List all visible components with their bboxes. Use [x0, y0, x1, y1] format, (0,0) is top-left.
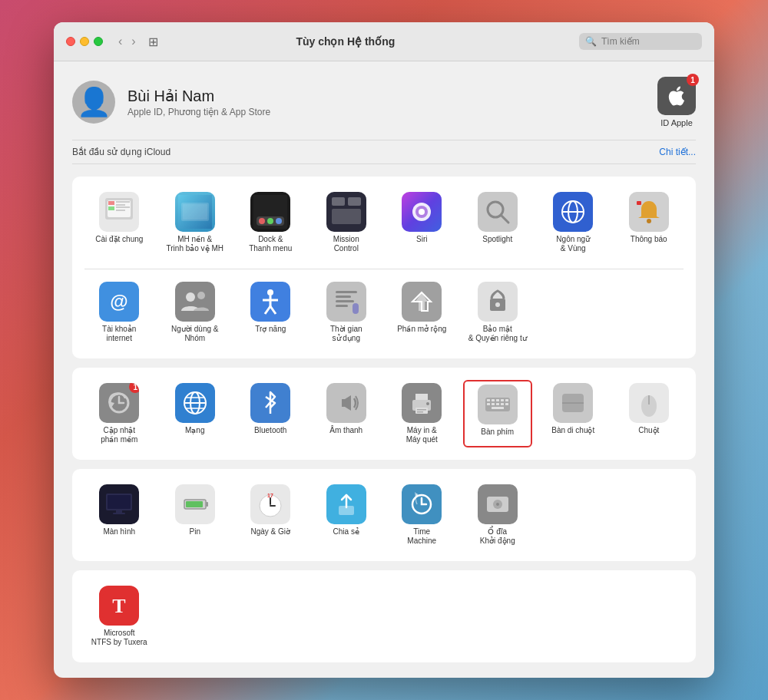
icon-trackpad	[553, 383, 593, 423]
icon-accessibility	[250, 282, 290, 322]
svg-rect-7	[116, 210, 125, 211]
icon-item-mission[interactable]: MissionControl	[312, 189, 382, 256]
icon-label-mission: MissionControl	[333, 235, 359, 253]
svg-rect-75	[487, 399, 490, 401]
icon-item-dock[interactable]: Dock &Thanh menu	[236, 189, 306, 256]
icon-item-timemachine[interactable]: TimeMachine	[387, 481, 457, 549]
icloud-link[interactable]: Chi tiết...	[659, 147, 696, 157]
search-input[interactable]	[601, 36, 696, 47]
icon-startup	[478, 484, 518, 524]
icon-item-notification[interactable]: Thông báo	[614, 189, 684, 256]
icon-item-ntfs[interactable]: T MicrosoftNTFS by Tuxera	[84, 583, 154, 650]
icon-item-startup[interactable]: Ổ đĩaKhởi động	[463, 481, 533, 549]
svg-rect-69	[415, 408, 428, 414]
update-badge: 1	[129, 383, 139, 393]
svg-rect-76	[492, 399, 495, 401]
icon-item-bluetooth[interactable]: Bluetooth	[236, 380, 306, 447]
icon-item-accessibility[interactable]: Trợ năng	[236, 279, 306, 346]
close-button[interactable]	[66, 37, 75, 46]
icon-label-desktop: MH nền &Trinh bảo vệ MH	[167, 235, 223, 253]
svg-point-31	[647, 219, 651, 223]
icon-siri	[402, 192, 442, 232]
icon-label-dock: Dock &Thanh menu	[249, 235, 292, 253]
icon-item-display[interactable]: Màn hình	[84, 481, 154, 549]
svg-point-72	[426, 402, 429, 405]
user-subtitle: Apple ID, Phương tiện & App Store	[127, 107, 657, 117]
svg-rect-84	[505, 403, 508, 405]
icon-item-printer[interactable]: Máy in &Máy quét	[387, 380, 457, 447]
maximize-button[interactable]	[94, 37, 103, 46]
apple-id-icon: 1	[657, 77, 696, 115]
apple-id-badge: 1	[687, 74, 699, 86]
icon-item-general[interactable]: Cài đặt chung	[84, 189, 154, 256]
svg-rect-19	[332, 209, 361, 224]
icon-mouse	[629, 383, 669, 423]
icon-item-datetime[interactable]: 17 Ngày & Giờ	[236, 481, 306, 549]
svg-point-37	[197, 292, 205, 299]
icon-item-update[interactable]: 1 Cập nhậtphần mềm	[84, 380, 154, 447]
icon-item-network[interactable]: Mạng	[161, 380, 230, 447]
svg-rect-46	[336, 296, 351, 298]
icon-item-language[interactable]: Ngôn ngữ& Vùng	[538, 189, 608, 256]
system-preferences-window: ‹ › ⊞ Tùy chọn Hệ thống 🔍 👤 Bùi Hải Nam …	[54, 22, 714, 678]
row-1: Cài đặt chung MH nền &Trinh bảo vệ MH Do…	[84, 189, 684, 256]
apple-id-button[interactable]: 1 ID Apple	[657, 77, 696, 127]
svg-text:@: @	[111, 291, 128, 312]
icon-item-spotlight[interactable]: Spotlight	[463, 189, 533, 256]
icon-printer	[402, 383, 442, 423]
svg-rect-3	[108, 206, 114, 210]
svg-rect-49	[353, 303, 359, 314]
icon-label-general: Cài đặt chung	[95, 235, 143, 244]
icon-datetime: 17	[250, 484, 290, 524]
traffic-lights	[66, 37, 103, 46]
search-box[interactable]: 🔍	[579, 33, 702, 50]
icon-sharing	[326, 484, 366, 524]
svg-point-114	[496, 503, 499, 506]
icon-sound	[326, 383, 366, 423]
icon-item-desktop[interactable]: MH nền &Trinh bảo vệ MH	[161, 189, 230, 256]
icon-item-trackpad[interactable]: Bàn di chuột	[538, 380, 608, 447]
svg-point-13	[259, 218, 265, 224]
icon-item-mouse[interactable]: Chuột	[614, 380, 684, 447]
icloud-text: Bắt đầu sử dụng iCloud	[72, 147, 170, 157]
svg-rect-107	[339, 506, 354, 515]
icon-label-language: Ngôn ngữ& Vùng	[556, 235, 590, 253]
icon-item-screentime[interactable]: Thời giansử dụng	[312, 279, 382, 346]
icon-label-sound: Âm thanh	[329, 426, 362, 435]
svg-rect-47	[336, 300, 354, 302]
svg-rect-78	[501, 399, 504, 401]
icon-item-sharing[interactable]: Chia sẻ	[312, 481, 382, 549]
svg-rect-77	[496, 399, 499, 401]
svg-rect-10	[183, 204, 207, 220]
icon-users	[175, 282, 215, 322]
icon-language	[553, 192, 593, 232]
svg-rect-83	[501, 403, 504, 405]
icon-battery	[175, 484, 215, 524]
icon-label-sharing: Chia sẻ	[333, 527, 359, 537]
icon-item-battery[interactable]: Pin	[161, 481, 230, 549]
icon-label-siri: Siri	[416, 235, 427, 244]
icon-label-trackpad: Bàn di chuột	[551, 426, 594, 435]
row-bottom: T MicrosoftNTFS by Tuxera	[84, 583, 684, 650]
titlebar: ‹ › ⊞ Tùy chọn Hệ thống 🔍	[54, 22, 714, 61]
icon-label-update: Cập nhậtphần mềm	[101, 426, 137, 444]
svg-text:T: T	[113, 595, 126, 617]
icon-general	[99, 192, 139, 232]
icon-item-siri[interactable]: Siri	[387, 189, 457, 256]
icon-item-sound[interactable]: Âm thanh	[312, 380, 382, 447]
user-section: 👤 Bùi Hải Nam Apple ID, Phương tiện & Ap…	[72, 77, 696, 127]
search-icon: 🔍	[585, 36, 597, 47]
icon-item-security[interactable]: Bảo mật& Quyền riêng tư	[463, 279, 533, 346]
icon-spotlight	[478, 192, 518, 232]
svg-rect-81	[492, 403, 495, 405]
icon-item-users[interactable]: Người dùng &Nhóm	[161, 279, 230, 346]
minimize-button[interactable]	[80, 37, 89, 46]
icon-screentime	[326, 282, 366, 322]
icon-item-internet[interactable]: @ Tài khoảninternet	[84, 279, 154, 346]
icon-item-keyboard[interactable]: Bàn phím	[463, 380, 533, 447]
icon-label-startup: Ổ đĩaKhởi động	[480, 527, 515, 546]
icon-item-extensions[interactable]: Phần mở rộng	[387, 279, 457, 346]
svg-rect-32	[637, 201, 641, 205]
svg-rect-100	[186, 501, 203, 507]
avatar[interactable]: 👤	[72, 81, 115, 124]
